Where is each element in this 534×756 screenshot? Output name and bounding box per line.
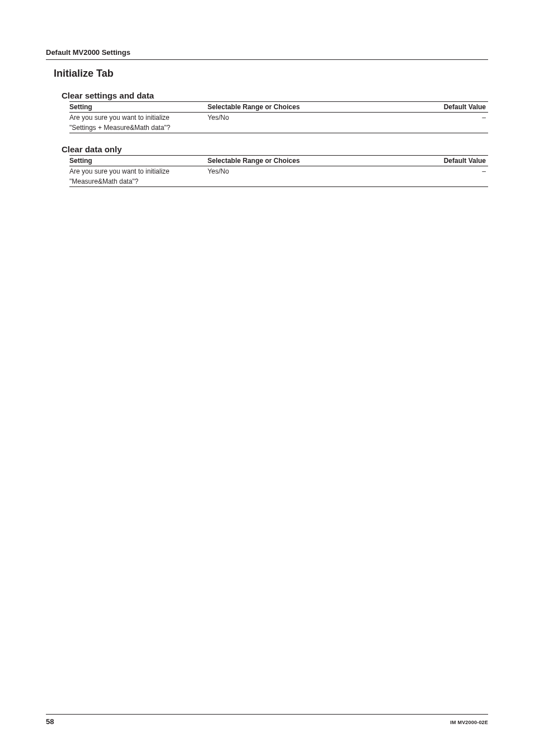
page-number: 58 xyxy=(46,717,54,726)
th-choices: Selectable Range or Choices xyxy=(208,156,417,166)
cell-empty xyxy=(208,176,417,187)
cell-choices: Yes/No xyxy=(208,113,417,123)
cell-empty xyxy=(417,176,488,187)
cell-empty xyxy=(208,123,417,133)
cell-default: – xyxy=(417,166,488,177)
cell-setting-l1: Are you sure you want to initialize xyxy=(69,166,208,177)
th-default: Default Value xyxy=(417,102,488,113)
doc-id: IM MV2000-02E xyxy=(450,720,488,725)
table-clear-settings: Setting Selectable Range or Choices Defa… xyxy=(69,101,488,133)
section-heading-clear-data-only: Clear data only xyxy=(62,144,488,154)
table-row: "Measure&Math data"? xyxy=(69,176,488,187)
table-row: Are you sure you want to initialize Yes/… xyxy=(69,166,488,177)
th-default: Default Value xyxy=(417,156,488,166)
cell-setting-l2: "Measure&Math data"? xyxy=(69,176,208,187)
th-setting: Setting xyxy=(69,156,208,166)
running-header: Default MV2000 Settings xyxy=(46,48,488,60)
cell-setting-l2: "Settings + Measure&Math data"? xyxy=(69,123,208,133)
th-setting: Setting xyxy=(69,102,208,113)
page-footer: 58 IM MV2000-02E xyxy=(46,714,488,726)
cell-default: – xyxy=(417,113,488,123)
cell-setting-l1: Are you sure you want to initialize xyxy=(69,113,208,123)
table-row: Are you sure you want to initialize Yes/… xyxy=(69,113,488,123)
table-row: "Settings + Measure&Math data"? xyxy=(69,123,488,133)
table-clear-data-only: Setting Selectable Range or Choices Defa… xyxy=(69,155,488,187)
cell-choices: Yes/No xyxy=(208,166,417,177)
cell-empty xyxy=(417,123,488,133)
section-heading-clear-settings: Clear settings and data xyxy=(62,91,488,100)
th-choices: Selectable Range or Choices xyxy=(208,102,417,113)
tab-title: Initialize Tab xyxy=(54,68,488,80)
